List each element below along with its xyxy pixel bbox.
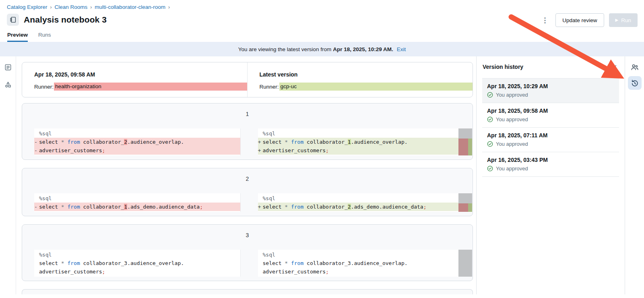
breadcrumb-link[interactable]: Clean Rooms: [55, 4, 88, 10]
cell-number: 2: [22, 176, 473, 184]
assets-shapes-icon[interactable]: [2, 79, 14, 90]
code-line: +select * from collaborator_1.audience_o…: [258, 138, 473, 146]
version-history-panel: Version history ✕ Apr 18, 2025, 10:29 AM…: [476, 56, 625, 294]
version-item-status-text: You approved: [496, 92, 528, 98]
minimap-removed-marker: [458, 203, 468, 212]
code-editor[interactable]: %sql select * from collaborator_3.audien…: [258, 250, 473, 277]
version-history-icon[interactable]: [628, 76, 642, 90]
breadcrumb: Catalog Explorer›Clean Rooms›multi-colla…: [7, 4, 638, 10]
minimap-removed-marker: [458, 139, 468, 155]
minimap-added-marker: [468, 203, 472, 212]
minimap-thumb[interactable]: [458, 250, 472, 277]
diff-prefix: -: [34, 146, 39, 155]
diff-prefix: [258, 267, 263, 276]
diff-minimap[interactable]: [458, 128, 472, 155]
code-editor[interactable]: %sql+select * from collaborator_2.ads_de…: [258, 193, 473, 212]
approved-check-icon: [487, 166, 493, 172]
approved-check-icon: [487, 116, 493, 122]
breadcrumb-separator-icon: ›: [90, 4, 92, 10]
code-line: select * from collaborator_3.audience_ov…: [258, 259, 473, 267]
notebook-icon: [7, 14, 19, 26]
code-line: +advertiser_customers;: [258, 146, 473, 155]
tab-preview[interactable]: Preview: [7, 32, 28, 42]
diff-cell: 3 %sql select * from collaborator_3.audi…: [22, 224, 473, 281]
code-line: advertiser_customers;: [258, 267, 473, 276]
page: Catalog Explorer›Clean Rooms›multi-colla…: [0, 0, 644, 298]
diff-column-old: %sql select * from collaborator_3.audien…: [22, 250, 248, 277]
code-line: %sql: [258, 250, 473, 259]
version-banner: You are viewing the latest version from …: [0, 42, 644, 56]
left-rail: [0, 56, 16, 294]
diff-prefix: [34, 129, 39, 138]
run-button[interactable]: ▶ Run: [609, 13, 638, 27]
version-item-date: Apr 18, 2025, 07:11 AM: [487, 132, 614, 139]
diff-view: Apr 18, 2025, 09:58 AM Runner: health-or…: [16, 56, 476, 294]
diff-prefix: +: [258, 138, 263, 146]
code-line: -advertiser_customers;: [34, 146, 240, 155]
diff-prefix: [34, 250, 39, 259]
kebab-menu-button[interactable]: ⋮: [539, 15, 551, 25]
close-icon[interactable]: ✕: [611, 63, 619, 71]
code-line: %sql: [34, 129, 240, 138]
minimap-diff-marker: [458, 139, 472, 155]
code-editor[interactable]: %sql select * from collaborator_3.audien…: [34, 250, 241, 277]
minimap-thumb[interactable]: [458, 193, 472, 203]
diff-prefix: +: [258, 146, 263, 155]
version-item[interactable]: Apr 18, 2025, 07:11 AMYou approved: [482, 128, 619, 152]
collaborators-icon[interactable]: [628, 60, 642, 74]
diff-prefix: [34, 267, 39, 276]
diff-minimap[interactable]: [458, 250, 472, 277]
right-rail: [625, 56, 644, 294]
compare-left-column: Apr 18, 2025, 09:58 AM Runner: health-or…: [22, 62, 248, 97]
play-icon: ▶: [615, 18, 619, 22]
compare-right-title: Latest version: [260, 71, 473, 78]
diff-column-new: %sql+select * from collaborator_1.audien…: [248, 128, 473, 155]
diff-column-new: %sql+select * from collaborator_2.ads_de…: [248, 193, 473, 212]
exit-link[interactable]: Exit: [397, 46, 406, 52]
version-item[interactable]: Apr 18, 2025, 10:29 AMYou approved: [482, 78, 619, 103]
version-item-status-text: You approved: [496, 166, 528, 172]
approved-check-icon: [487, 92, 493, 98]
code-editor[interactable]: %sql+select * from collaborator_1.audien…: [258, 128, 473, 155]
version-history-list: Apr 18, 2025, 10:29 AMYou approvedApr 18…: [482, 78, 619, 177]
version-item-status: You approved: [487, 166, 614, 172]
version-item-status: You approved: [487, 116, 614, 122]
version-item-status: You approved: [487, 141, 614, 147]
code-line: %sql: [34, 250, 240, 259]
code-line: +select * from collaborator_2.ads_demo.a…: [258, 203, 473, 211]
update-review-button[interactable]: Update review: [555, 13, 604, 27]
breadcrumb-link[interactable]: multi-collaborator-clean-room: [95, 4, 165, 10]
code-line: %sql: [258, 129, 473, 138]
tab-bar: PreviewRuns: [7, 32, 638, 42]
code-line: select * from collaborator_3.audience_ov…: [34, 259, 240, 267]
diff-prefix: [258, 250, 263, 259]
minimap-thumb[interactable]: [458, 128, 472, 139]
code-editor[interactable]: %sql-select * from collaborator_1.ads_de…: [34, 193, 241, 212]
diff-column-new: %sql select * from collaborator_3.audien…: [248, 250, 473, 277]
code-line: -select * from collaborator_2.audience_o…: [34, 138, 240, 146]
diff-cell: 2 %sql-select * from collaborator_1.ads_…: [22, 168, 473, 216]
diff-cells: 1 %sql-select * from collaborator_2.audi…: [22, 103, 473, 281]
tab-runs[interactable]: Runs: [38, 32, 51, 42]
version-item-status: You approved: [487, 92, 614, 98]
diff-prefix: +: [258, 203, 263, 211]
banner-timestamp: Apr 18, 2025, 10:29 AM.: [333, 46, 393, 52]
code-line: %sql: [34, 194, 240, 203]
cell-number: 3: [22, 232, 473, 240]
diff-prefix: -: [34, 138, 39, 146]
version-history-title: Version history: [483, 64, 523, 70]
breadcrumb-link[interactable]: Catalog Explorer: [7, 4, 47, 10]
diff-cell: 1 %sql-select * from collaborator_2.audi…: [22, 103, 473, 160]
page-header: Catalog Explorer›Clean Rooms›multi-colla…: [0, 0, 644, 42]
code-editor[interactable]: %sql-select * from collaborator_2.audien…: [34, 128, 241, 155]
diff-prefix: -: [34, 203, 39, 211]
table-of-contents-icon[interactable]: [2, 62, 14, 73]
diff-minimap[interactable]: [458, 193, 472, 212]
version-item-status-text: You approved: [496, 116, 528, 122]
version-item[interactable]: Apr 16, 2025, 03:43 PMYou approved: [482, 152, 619, 177]
version-item-date: Apr 18, 2025, 10:29 AM: [487, 83, 614, 89]
cell-number: 1: [22, 111, 473, 119]
version-item[interactable]: Apr 18, 2025, 09:58 AMYou approved: [482, 103, 619, 128]
compare-header-card: Apr 18, 2025, 09:58 AM Runner: health-or…: [22, 62, 473, 97]
minimap-added-marker: [468, 139, 472, 155]
